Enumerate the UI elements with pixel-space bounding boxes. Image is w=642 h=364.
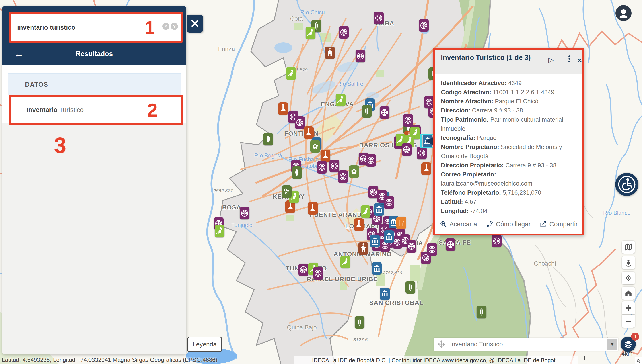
marker-spiral-attraction-icon[interactable] [366, 154, 376, 167]
marker-spiral-attraction-icon[interactable] [384, 196, 394, 209]
marker-museum-icon[interactable] [370, 235, 380, 247]
share-button[interactable]: Compartir [539, 220, 577, 228]
clear-search-icon[interactable]: × [162, 23, 169, 30]
zoom-to-icon [440, 220, 447, 228]
marker-eco-worker-icon[interactable] [361, 206, 370, 218]
marker-spiral-attraction-icon[interactable] [295, 116, 305, 129]
user-account-button[interactable] [615, 5, 631, 21]
dock-popup-icon[interactable]: ▷ [548, 56, 553, 64]
marker-flower-garden-icon[interactable] [349, 165, 359, 178]
close-popup-icon[interactable]: × [577, 56, 582, 64]
move-handle-icon[interactable] [438, 340, 445, 348]
zoom-to-button[interactable]: Acercar a [440, 220, 477, 228]
marker-museum-icon[interactable] [372, 262, 382, 275]
marker-spiral-attraction-icon[interactable] [407, 240, 416, 252]
marker-museum-icon[interactable] [384, 230, 394, 243]
popup-field: Código Atractivo: 11001.1.1.2.2.6.1.4349 [441, 88, 578, 97]
marker-spiral-attraction-icon[interactable] [368, 186, 378, 198]
marker-spiral-attraction-icon[interactable] [317, 161, 327, 174]
marker-eco-worker-icon[interactable] [336, 94, 346, 106]
marker-leaf-park-icon[interactable] [362, 105, 372, 118]
popup-field: Longitud: -74.04 [441, 206, 578, 216]
feature-popup: Inventario Turístico (1 de 3) ▷ × Identi… [433, 48, 584, 236]
marker-museum-icon[interactable] [380, 288, 390, 300]
mouse-cursor-icon [635, 357, 642, 364]
active-layer-bar[interactable]: Inventario Turístico ▼ [434, 338, 618, 351]
zoom-out-button[interactable]: − [622, 314, 635, 328]
annotation-number-3: 3 [54, 132, 66, 158]
locate-crosshair-icon [624, 274, 632, 282]
search-help-icon[interactable]: ? [171, 23, 178, 30]
home-button[interactable] [622, 287, 635, 300]
marker-restaurant-icon[interactable] [396, 216, 406, 229]
marker-museum-icon[interactable] [374, 203, 384, 216]
marker-leaf-park-icon[interactable] [292, 166, 302, 179]
marker-monument-icon[interactable] [304, 126, 314, 139]
basemap-button[interactable] [622, 240, 635, 254]
marker-spiral-attraction-icon[interactable] [380, 106, 389, 119]
accessibility-icon [617, 175, 636, 194]
active-layer-label: Inventario Turístico [450, 340, 503, 348]
marker-spiral-attraction-icon[interactable] [446, 238, 455, 251]
marker-spiral-attraction-icon[interactable] [313, 267, 323, 280]
marker-eco-worker-icon[interactable] [340, 256, 350, 268]
close-sidebar-button[interactable]: ✕ [187, 15, 203, 32]
marker-spiral-attraction-icon[interactable] [356, 50, 365, 62]
locate-button[interactable] [622, 272, 635, 284]
directions-button[interactable]: Cómo llegar [486, 220, 530, 228]
layers-icon [623, 339, 633, 349]
marker-leaf-park-icon[interactable] [263, 133, 273, 146]
marker-industry-icon[interactable] [282, 185, 292, 198]
marker-spiral-attraction-icon[interactable] [374, 12, 384, 24]
marker-spiral-attraction-icon[interactable] [402, 144, 411, 156]
coordinates-readout: Latitud: 4.5493235, Longitud: -74.033294… [2, 356, 217, 363]
marker-spiral-attraction-icon[interactable] [417, 147, 427, 159]
marker-eco-worker-icon[interactable] [215, 225, 225, 238]
marker-eco-worker-icon[interactable] [286, 67, 296, 80]
popup-actions: Acercar a Cómo llegar Compartir [440, 220, 578, 228]
marker-church-icon[interactable] [325, 46, 335, 59]
popup-menu-icon[interactable] [568, 56, 570, 62]
search-sidebar: 1 × ? ← Resultados DATOS Inventario Turí… [2, 6, 186, 354]
popup-title: Inventario Turístico (1 de 3) [441, 53, 537, 62]
popup-header: Inventario Turístico (1 de 3) ▷ × [435, 50, 582, 74]
back-arrow-icon[interactable]: ← [14, 48, 24, 60]
marker-spiral-attraction-icon[interactable] [421, 252, 431, 264]
marker-spiral-attraction-icon[interactable] [240, 207, 249, 220]
marker-spiral-attraction-icon[interactable] [403, 114, 413, 126]
layers-count-badge: 1 [631, 332, 639, 340]
marker-spiral-attraction-icon[interactable] [298, 264, 308, 276]
marker-leaf-park-icon[interactable] [405, 281, 415, 294]
streetview-button[interactable] [622, 256, 635, 269]
marker-monument-icon[interactable] [421, 162, 431, 175]
marker-leaf-park-icon[interactable] [355, 316, 364, 328]
marker-eco-worker-icon[interactable] [306, 27, 315, 39]
marker-monument-icon[interactable] [354, 218, 364, 231]
accessibility-button[interactable] [615, 173, 638, 196]
results-title: Resultados [2, 50, 186, 58]
annotation-number-1: 1 [145, 17, 155, 38]
marker-monument-icon[interactable] [321, 150, 330, 162]
marker-spiral-attraction-icon[interactable] [419, 19, 429, 32]
popup-field: Nombre Atractivo: Parque El Chicó [441, 97, 578, 106]
marker-spiral-attraction-icon[interactable] [338, 170, 348, 183]
layer-dropdown-button[interactable]: ▼ [607, 339, 617, 350]
marker-monument-icon[interactable] [308, 202, 318, 214]
share-icon [539, 220, 547, 228]
app-window: Río ChicúCotaSUBAAltos de SerrezuelaFunz… [0, 0, 642, 364]
popup-field: Identificador Atractivo: 4349 [441, 79, 578, 88]
directions-icon [486, 220, 493, 228]
marker-monument-icon[interactable] [278, 102, 288, 115]
minus-icon: − [625, 316, 631, 326]
legend-button[interactable]: Leyenda [187, 337, 222, 352]
popup-field: Correo Propietario: lauralizcano@museode… [441, 170, 578, 188]
user-avatar-icon [618, 8, 629, 18]
search-input[interactable] [11, 14, 181, 40]
marker-spiral-attraction-icon[interactable] [329, 160, 339, 172]
zoom-in-button[interactable]: + [622, 302, 635, 314]
marker-flower-garden-icon[interactable] [310, 140, 320, 152]
marker-spiral-attraction-icon[interactable] [339, 26, 349, 38]
marker-leaf-park-icon[interactable] [477, 306, 486, 318]
marker-spiral-attraction-icon[interactable] [492, 235, 501, 247]
marker-church-icon[interactable] [358, 242, 368, 254]
